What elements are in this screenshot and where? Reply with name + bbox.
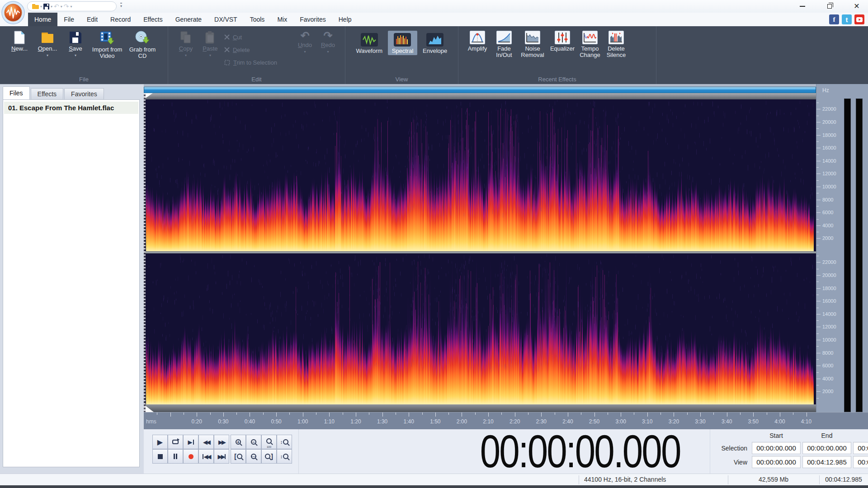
- menu-home[interactable]: Home: [28, 13, 57, 26]
- timeline-label: 0:50: [271, 418, 281, 425]
- customize-toolbar-icon[interactable]: ▾: [120, 3, 122, 8]
- freq-tick: [816, 379, 821, 379]
- fast-forward-button[interactable]: ▶▶: [214, 435, 229, 449]
- app-logo[interactable]: [1, 1, 25, 24]
- new-button[interactable]: New...: [5, 31, 33, 52]
- open-button[interactable]: Open... ▾: [33, 31, 61, 58]
- file-list-item[interactable]: 01. Escape From The Hamlet.flac: [4, 102, 138, 114]
- save-icon[interactable]: [43, 4, 49, 9]
- import-from-video-button[interactable]: Import from Video: [90, 31, 125, 60]
- zoom-out-button[interactable]: −: [246, 435, 261, 449]
- zoom-100-button[interactable]: 100: [261, 435, 277, 449]
- save-dropdown-icon[interactable]: ▾: [75, 54, 76, 58]
- view-start-field[interactable]: 00:00:00.000: [752, 456, 801, 468]
- twitter-icon[interactable]: t: [842, 14, 852, 24]
- open-dropdown-icon[interactable]: ▾: [40, 5, 42, 9]
- timeline-tick: [780, 413, 780, 417]
- timeline-tick: [660, 413, 661, 415]
- zoom-vertical-out-button[interactable]: ↕: [277, 449, 292, 464]
- minimize-button[interactable]: [796, 1, 809, 11]
- equalizer-button[interactable]: Equalizer: [548, 31, 577, 52]
- maximize-button[interactable]: [823, 1, 836, 11]
- open-dropdown-icon[interactable]: ▾: [47, 54, 48, 58]
- selection-header-start: Start: [751, 431, 802, 440]
- zoom-vertical-button[interactable]: ↕: [277, 435, 292, 449]
- tab-files[interactable]: Files: [3, 86, 30, 99]
- play-to-end-button[interactable]: ▶: [183, 435, 198, 449]
- selection-header-length: Length: [852, 431, 868, 440]
- menu-help[interactable]: Help: [332, 13, 358, 26]
- open-icon[interactable]: [32, 4, 39, 9]
- timeline-tick: [767, 413, 767, 415]
- timeline-label: 3:20: [669, 418, 679, 425]
- spectral-view-button[interactable]: Spectral: [388, 31, 418, 55]
- menu-effects[interactable]: Effects: [137, 13, 169, 26]
- zoom-in-button[interactable]: +: [231, 435, 246, 449]
- play-button[interactable]: ▶: [152, 435, 168, 449]
- freq-tick: [816, 333, 819, 334]
- noise-removal-icon: [525, 31, 540, 44]
- loop-button[interactable]: [168, 435, 183, 449]
- freq-tick: [816, 256, 819, 256]
- rewind-button[interactable]: ◀◀: [198, 435, 214, 449]
- menu-tools[interactable]: Tools: [244, 13, 271, 26]
- menu-file[interactable]: File: [57, 13, 80, 26]
- stop-button[interactable]: [152, 449, 168, 464]
- window-bottom-edge: [0, 485, 868, 488]
- record-icon: [189, 454, 193, 459]
- selection-start-field[interactable]: 00:00:00.000: [752, 442, 801, 454]
- ribbon-group-edit: Copy ▾ Paste ▾ Cut Delete Trim to Select…: [168, 26, 345, 84]
- record-button[interactable]: [183, 449, 198, 464]
- selection-end-field[interactable]: 00:00:00.000: [802, 442, 851, 454]
- timeline-tick: [435, 413, 436, 417]
- freq-tick: [816, 372, 819, 373]
- marker-strip-bottom[interactable]: [144, 404, 816, 412]
- tab-favorites[interactable]: Favorites: [64, 88, 104, 99]
- noise-removal-button[interactable]: Noise Removal: [517, 31, 548, 59]
- equalizer-icon: [555, 31, 570, 44]
- menu-generate[interactable]: Generate: [169, 13, 208, 26]
- go-to-end-button[interactable]: ▶▶: [214, 449, 229, 464]
- marker-strip-top[interactable]: [144, 93, 816, 99]
- menu-mix[interactable]: Mix: [271, 13, 293, 26]
- freq-tick: [816, 103, 819, 103]
- horizontal-scrollbar[interactable]: [144, 87, 816, 93]
- menu-dxvst[interactable]: DX/VST: [208, 13, 244, 26]
- envelope-view-button[interactable]: Envelope: [417, 31, 453, 55]
- save-label: Save: [69, 46, 82, 52]
- go-to-start-button[interactable]: ◀◀: [198, 449, 214, 464]
- tab-effects[interactable]: Effects: [31, 88, 64, 99]
- youtube-icon[interactable]: [854, 14, 864, 24]
- equalizer-label: Equalizer: [550, 46, 575, 52]
- fade-in-out-button[interactable]: Fade In/Out: [491, 31, 517, 59]
- tempo-change-button[interactable]: Tempo Change: [577, 31, 603, 59]
- facebook-icon[interactable]: f: [829, 14, 839, 24]
- waveform-view-button[interactable]: Waveform: [351, 31, 388, 55]
- timeline-tick: [316, 413, 316, 415]
- timeline-tick: [488, 413, 489, 417]
- timeline-tick: [608, 413, 608, 415]
- freq-tick: [816, 288, 821, 289]
- menu-edit[interactable]: Edit: [80, 13, 104, 26]
- freq-tick: [816, 282, 819, 282]
- zoom-selection-start-button[interactable]: [: [231, 449, 246, 464]
- grab-from-cd-button[interactable]: Grab from CD: [125, 31, 160, 60]
- menu-record[interactable]: Record: [104, 13, 137, 26]
- zoom-selection-button[interactable]: ⋯: [246, 449, 261, 464]
- spectrogram-canvas[interactable]: [144, 99, 816, 404]
- save-dropdown-icon[interactable]: ▾: [51, 5, 52, 9]
- selection-length-field[interactable]: 00:00:00.000: [853, 442, 868, 454]
- timeline-tick: [647, 413, 648, 417]
- view-length-field[interactable]: 00:04:12.985: [853, 456, 868, 468]
- close-button[interactable]: ✕: [850, 1, 863, 11]
- freq-tick: [816, 238, 821, 239]
- view-end-field[interactable]: 00:04:12.985: [802, 456, 851, 468]
- delete-silence-button[interactable]: Delete Silence: [603, 31, 629, 59]
- menu-favorites[interactable]: Favorites: [293, 13, 332, 26]
- amplify-button[interactable]: Amplify: [464, 31, 491, 52]
- timeline-tick: [369, 413, 369, 415]
- save-button[interactable]: Save ▾: [61, 31, 90, 58]
- up-down-arrow-icon: ↕: [280, 439, 283, 445]
- zoom-selection-end-button[interactable]: ]: [261, 449, 277, 464]
- pause-button[interactable]: [168, 449, 183, 464]
